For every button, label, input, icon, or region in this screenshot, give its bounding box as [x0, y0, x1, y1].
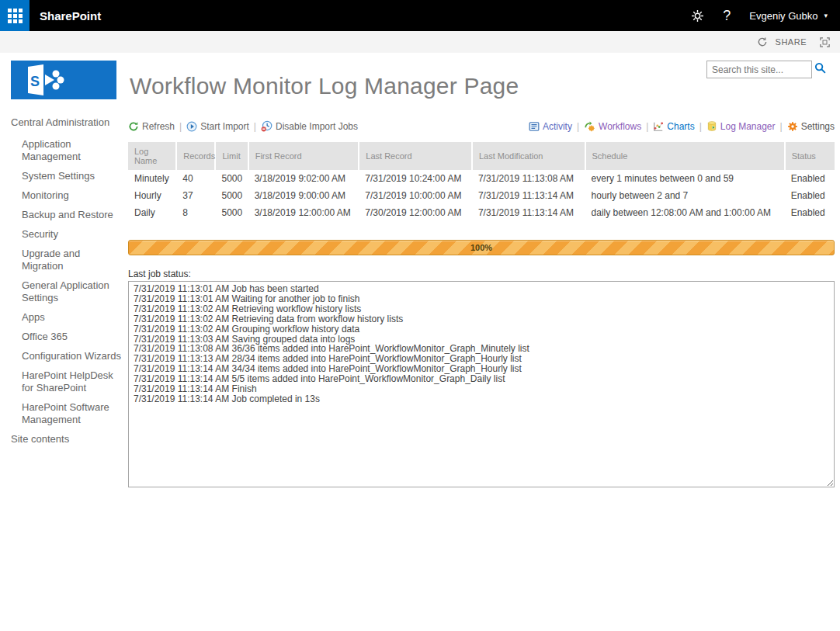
activity-label: Activity [543, 121, 572, 132]
page-title: Workflow Monitor Log Manager Page [130, 73, 519, 99]
settings-label: Settings [801, 121, 835, 132]
cell: 8 [176, 204, 215, 221]
user-name: Evgeniy Gubko [749, 10, 817, 22]
user-menu[interactable]: Evgeniy Gubko ▾ [749, 10, 828, 22]
cell: every 1 minutes between 0 and 59 [585, 170, 785, 187]
search-area [706, 61, 827, 78]
sidebar-item-backup-and-restore[interactable]: Backup and Restore [22, 209, 124, 221]
refresh-icon [128, 121, 139, 132]
col-limit: Limit [215, 142, 248, 170]
col-first-record: First Record [248, 142, 359, 170]
sidebar-item-security[interactable]: Security [22, 228, 124, 241]
ribbon-bar: SHARE [0, 31, 840, 53]
col-status: Status [785, 142, 835, 170]
log-manager-icon [706, 120, 717, 132]
gear-icon[interactable] [691, 9, 704, 23]
table-row-minutely[interactable]: Minutely 40 5000 3/18/2019 9:02:00 AM 7/… [128, 170, 835, 187]
cell: hourly between 2 and 7 [585, 187, 785, 204]
start-import-label: Start Import [200, 121, 249, 132]
site-logo[interactable]: S [11, 61, 116, 99]
separator: | [699, 121, 702, 132]
charts-icon [653, 121, 664, 132]
sync-icon[interactable] [757, 36, 768, 47]
sidebar-item-apps[interactable]: Apps [22, 311, 124, 324]
separator: | [646, 121, 648, 132]
activity-icon [529, 121, 540, 132]
progress-percent: 100% [470, 243, 492, 252]
brand-title: SharePoint [40, 9, 101, 23]
sidebar-item-site-contents[interactable]: Site contents [11, 433, 124, 446]
log-manager-link[interactable]: Log Manager [706, 120, 776, 132]
separator: | [179, 121, 182, 132]
cell: 7/31/2019 11:13:14 AM [472, 204, 585, 221]
search-input[interactable] [706, 61, 812, 78]
table-row-hourly[interactable]: Hourly 37 5000 3/18/2019 9:00:00 AM 7/31… [128, 187, 835, 204]
sidebar-item-upgrade-and-migration[interactable]: Upgrade and Migration [22, 248, 124, 272]
cell: 7/31/2019 10:24:00 AM [359, 170, 472, 187]
cell: 7/31/2019 11:13:08 AM [472, 170, 585, 187]
cell: daily between 12:08:00 AM and 1:00:00 AM [585, 204, 785, 221]
refresh-button[interactable]: Refresh [128, 121, 175, 132]
cell: 40 [176, 170, 215, 187]
status-cell: Enabled [785, 170, 835, 187]
cell: 3/18/2019 9:00:00 AM [248, 187, 359, 204]
activity-link[interactable]: Activity [529, 121, 572, 132]
disable-import-jobs-button[interactable]: Disable Import Jobs [261, 120, 358, 132]
charts-link[interactable]: Charts [653, 121, 694, 132]
svg-text:S: S [30, 74, 40, 89]
start-import-button[interactable]: Start Import [186, 121, 249, 132]
chevron-down-icon: ▾ [824, 12, 828, 19]
last-job-status-log[interactable] [128, 281, 835, 487]
cell: 7/30/2019 12:00:00 AM [359, 204, 472, 221]
charts-label: Charts [667, 121, 694, 132]
left-navigation: Central Administration Application Manag… [11, 116, 124, 455]
settings-link[interactable]: Settings [787, 121, 835, 132]
cell: Minutely [128, 170, 176, 187]
cell: 7/31/2019 10:00:00 AM [359, 187, 472, 204]
waffle-icon [8, 9, 23, 23]
share-button[interactable]: SHARE [776, 37, 807, 47]
col-schedule: Schedule [585, 142, 785, 170]
col-last-record: Last Record [359, 142, 472, 170]
help-icon[interactable]: ? [723, 8, 731, 24]
suite-bar: SharePoint ? Evgeniy Gubko ▾ [0, 0, 840, 31]
app-launcher-button[interactable] [0, 0, 30, 31]
sidebar-item-office-365[interactable]: Office 365 [22, 331, 124, 343]
sidebar-item-configuration-wizards[interactable]: Configuration Wizards [22, 350, 124, 362]
separator: | [254, 121, 256, 132]
last-job-status-label: Last job status: [128, 269, 835, 279]
table-header-row: Log Name Records Limit First Record Last… [128, 142, 835, 170]
separator: | [780, 121, 783, 132]
sidebar-item-system-settings[interactable]: System Settings [22, 170, 124, 182]
cell: 37 [176, 187, 215, 204]
sidebar-item-harepoint-helpdesk[interactable]: HarePoint HelpDesk for SharePoint [22, 369, 124, 394]
workflows-link[interactable]: Workflows [584, 121, 641, 132]
sidebar-item-application-management[interactable]: Application Management [22, 138, 124, 163]
import-progress-bar: 100% [128, 240, 835, 255]
focus-icon[interactable] [819, 36, 831, 48]
log-manager-label: Log Manager [720, 121, 776, 132]
main-content: Refresh | Start Import | Disable Import … [128, 115, 835, 491]
col-records: Records [176, 142, 215, 170]
sidebar-item-monitoring[interactable]: Monitoring [22, 189, 124, 202]
workflows-label: Workflows [599, 121, 641, 132]
disable-import-jobs-label: Disable Import Jobs [276, 121, 358, 132]
settings-icon [787, 121, 798, 132]
cell: 5000 [215, 204, 248, 221]
status-cell: Enabled [785, 204, 835, 221]
col-log-name: Log Name [128, 142, 176, 170]
col-last-modification: Last Modification [472, 142, 585, 170]
cell: 5000 [215, 170, 248, 187]
sidebar-item-harepoint-software-management[interactable]: HarePoint Software Management [22, 401, 124, 426]
refresh-label: Refresh [142, 121, 175, 132]
log-jobs-table: Log Name Records Limit First Record Last… [128, 142, 835, 221]
cell: Hourly [128, 187, 176, 204]
search-icon[interactable] [814, 61, 827, 78]
table-row-daily[interactable]: Daily 8 5000 3/18/2019 12:00:00 AM 7/30/… [128, 204, 835, 221]
workflows-icon [584, 121, 595, 132]
sidebar-item-general-application-settings[interactable]: General Application Settings [22, 279, 124, 304]
cell: Daily [128, 204, 176, 221]
sidebar-item-central-administration[interactable]: Central Administration [11, 116, 124, 129]
cell: 3/18/2019 12:00:00 AM [248, 204, 359, 221]
cell: 3/18/2019 9:02:00 AM [248, 170, 359, 187]
